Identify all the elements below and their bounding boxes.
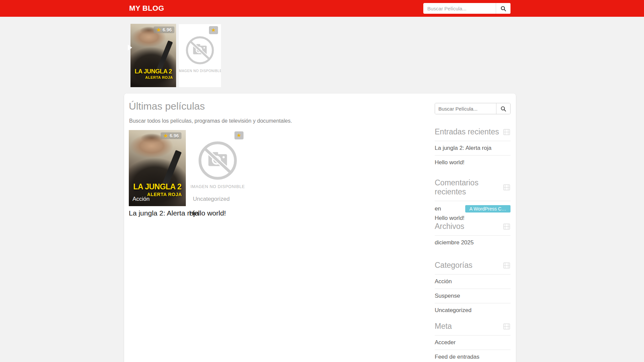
meta-link-login[interactable]: Acceder: [435, 336, 511, 350]
top-poster-hello-world[interactable]: IMAGEN NO DISPONIBLE: [179, 24, 221, 87]
movie-poster-art: LA JUNGLA 2 ALERTA ROJA: [130, 24, 176, 87]
page-title: Últimas películas: [129, 101, 205, 112]
widget-title: Categorías: [435, 261, 473, 270]
no-image-placeholder: IMAGEN NO DISPONIBLE: [189, 130, 246, 206]
film-icon: [503, 184, 511, 191]
category-link[interactable]: Suspense: [435, 289, 511, 303]
comment-author-badge[interactable]: A WordPress C…: [465, 205, 511, 213]
meta-link-feed[interactable]: Feed de entradas: [435, 350, 511, 362]
rating-badge-empty: [209, 26, 218, 34]
comment-post-link[interactable]: Hello world!: [435, 215, 511, 222]
sidebar-search-input[interactable]: [435, 103, 496, 114]
poster-title-line1: LA JUNGLA 2: [129, 182, 186, 191]
movie-poster-art: LA JUNGLA 2 ALERTA ROJA: [129, 130, 186, 206]
star-icon: [163, 133, 168, 138]
widget-archives: Archivos diciembre 2025: [435, 222, 511, 250]
recent-post-link[interactable]: La jungla 2: Alerta roja: [435, 141, 511, 156]
film-icon: [503, 129, 511, 135]
film-icon: [503, 323, 511, 330]
widget-title: Archivos: [435, 222, 464, 231]
header-search-button[interactable]: [496, 3, 511, 14]
no-image-caption: IMAGEN NO DISPONIBLE: [191, 184, 245, 189]
slider-arrow-icon[interactable]: [128, 45, 132, 51]
widget-recent-comments: Comentarios recientes en A WordPress C… …: [435, 178, 511, 222]
widget-meta: Meta Acceder Feed de entradas: [435, 322, 511, 362]
category-link[interactable]: Acción: [435, 275, 511, 289]
movie-card-hello-world[interactable]: IMAGEN NO DISPONIBLE Uncategorized: [189, 130, 246, 206]
star-icon: [211, 27, 216, 33]
rating-badge: 6.96: [154, 26, 174, 33]
rating-badge-empty: [234, 131, 244, 139]
header-search-input[interactable]: [423, 3, 496, 14]
rating-value: 6.96: [170, 133, 179, 138]
search-icon: [500, 5, 506, 12]
site-header: MY BLOG: [0, 0, 644, 17]
category-link[interactable]: Uncategorized: [435, 303, 511, 317]
widget-recent-posts: Entradas recientes La jungla 2: Alerta r…: [435, 127, 511, 170]
category-link-uncategorized[interactable]: Uncategorized: [193, 196, 230, 202]
comment-context: en: [435, 205, 441, 212]
movie-title-link[interactable]: La jungla 2: Alerta roja: [129, 209, 199, 217]
camera-unavailable-icon: [184, 35, 215, 66]
rating-badge: 6.96: [161, 132, 181, 139]
star-icon: [236, 132, 241, 138]
header-search: [423, 3, 511, 14]
movie-title-link[interactable]: Hello world!: [189, 209, 226, 217]
widget-title: Comentarios recientes: [435, 178, 503, 196]
film-icon: [503, 262, 511, 269]
poster-title-line2: ALERTA ROJA: [130, 75, 176, 79]
poster-title-line1: LA JUNGLA 2: [130, 68, 176, 75]
film-icon: [503, 223, 511, 230]
site-logo[interactable]: MY BLOG: [129, 0, 164, 17]
widget-categories: Categorías Acción Suspense Uncategorized: [435, 261, 511, 317]
widget-title: Entradas recientes: [435, 127, 499, 136]
star-icon: [156, 27, 161, 33]
category-link-accion[interactable]: Acción: [132, 196, 150, 202]
movie-card-la-jungla-2[interactable]: LA JUNGLA 2 ALERTA ROJA 6.96 Acción: [129, 130, 186, 206]
page-subtitle: Buscar todos los películas, programas de…: [129, 118, 292, 124]
widget-title: Meta: [435, 322, 452, 331]
top-poster-la-jungla-2[interactable]: LA JUNGLA 2 ALERTA ROJA 6.96: [130, 24, 176, 87]
rating-value: 6.96: [163, 27, 172, 33]
no-image-caption: IMAGEN NO DISPONIBLE: [179, 69, 221, 73]
camera-unavailable-icon: [197, 139, 239, 182]
search-icon: [500, 106, 506, 112]
recent-post-link[interactable]: Hello world!: [435, 156, 511, 170]
sidebar-search-button[interactable]: [496, 103, 510, 114]
archive-link[interactable]: diciembre 2025: [435, 236, 511, 250]
sidebar-search: [435, 103, 511, 114]
